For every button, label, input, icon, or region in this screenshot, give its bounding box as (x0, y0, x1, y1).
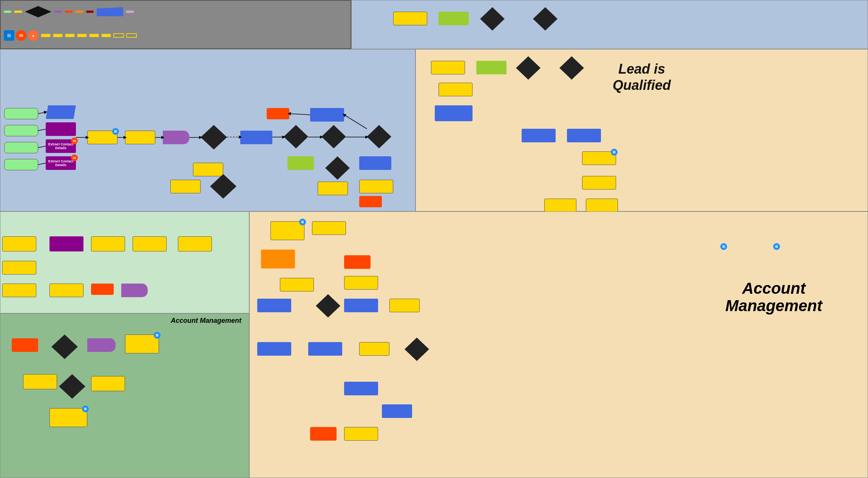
app-icon: ● (28, 30, 39, 41)
node-proposal-sent (257, 342, 291, 356)
process-shape (14, 11, 22, 13)
node-end-account (12, 338, 38, 352)
node-end-green-section (91, 284, 114, 295)
badge-notify-cust-pm: ⊞ (299, 219, 306, 225)
node-end-pm (344, 255, 371, 269)
section-bottom-center: AccountManagement ⊞ (249, 211, 868, 478)
section-lead-qualified: Lead isQualified ⊞ ⊞ ⊞ (415, 49, 868, 211)
node-change-status-2 (567, 129, 601, 142)
tab-projects[interactable] (77, 34, 87, 37)
node-change-status-pm2 (344, 299, 378, 312)
start-shape (4, 11, 11, 13)
node-move-item-sub (2, 284, 36, 297)
tab-activities[interactable] (101, 34, 111, 37)
node-change-subitem (2, 236, 36, 251)
node-enter-followup (435, 105, 473, 121)
node-change-status-acct (344, 382, 378, 395)
node-create-project (280, 278, 314, 291)
badge-monday-1: m (71, 137, 78, 144)
node-project-completed (49, 236, 83, 251)
account-mgmt-large-title: AccountManagement (725, 280, 822, 315)
badge-notify-2: ⊞ (720, 243, 727, 250)
node-notify-team-bottom (170, 180, 201, 193)
manual-input-shape (97, 7, 123, 16)
node-extract-2: Extract Contact Details m (46, 139, 76, 153)
tab-individual-dashboard[interactable] (113, 33, 124, 38)
node-contact-again (287, 156, 314, 170)
database-shape (86, 11, 94, 13)
node-extract-1 (46, 122, 76, 136)
legend-end (65, 11, 73, 13)
node-referral (4, 125, 38, 136)
node-write-notes (382, 404, 412, 418)
node-enter-details-2 (359, 342, 389, 356)
node-extract-3: Extract Contact Details m (46, 156, 76, 170)
node-organic (4, 159, 38, 170)
lead-intake-title (0, 49, 415, 57)
node-move-item-1 (359, 180, 393, 193)
node-answer-top-right (480, 7, 505, 31)
delay-shape (54, 11, 62, 13)
tab-sales-dashboard[interactable] (126, 33, 137, 38)
nav-row: ⊞ m ● (4, 30, 137, 41)
badge-office-1: ⊞ (112, 128, 119, 135)
node-remodelling-kitchen (23, 374, 57, 389)
legend-database (86, 11, 94, 13)
node-answer-2 (321, 125, 346, 148)
section-account-mgmt: Account Management ⊞ ⊞ (0, 313, 249, 478)
node-create-event-1: ⊞ (582, 151, 616, 165)
section-lead-intake: Extract Contact Details m Extract Contac… (0, 49, 415, 211)
node-create-customer (586, 199, 618, 212)
legend-manual-input (97, 7, 123, 16)
document-shape (126, 11, 134, 13)
section-top-right (351, 0, 868, 49)
node-moves-item (49, 284, 83, 297)
node-move-item-pm2 (344, 276, 378, 290)
node-1-business-day-1 (193, 163, 223, 176)
node-bathroom-kitchen-remodel: ⊞ (49, 408, 87, 427)
node-notify-team-left (125, 131, 155, 144)
node-5-business-days (261, 250, 295, 268)
node-check-in: ⊞ (125, 335, 159, 353)
legend-process (14, 11, 22, 13)
badge-checkin: ⊞ (154, 332, 161, 339)
svg-line-3 (38, 163, 46, 165)
manual-op-shape (76, 11, 83, 13)
badge-notify-cust: ⊞ (773, 243, 780, 250)
tab-deals[interactable] (53, 34, 63, 37)
node-notify-top (393, 12, 427, 25)
tab-leads[interactable] (41, 34, 51, 37)
legend-box: ⊞ m ● (0, 0, 351, 49)
node-status-2 (367, 125, 391, 148)
node-service (59, 374, 85, 399)
project-mgmt-title (0, 212, 249, 219)
svg-line-1 (38, 129, 46, 131)
nav-icons-group: ⊞ m ● (4, 30, 39, 41)
node-marketing (4, 142, 38, 153)
legend-shapes-row (4, 6, 348, 17)
node-change-status-pm (257, 299, 291, 312)
node-contact-again-2 (476, 61, 507, 74)
node-set-finish-date (2, 261, 36, 274)
tab-customers[interactable] (65, 34, 75, 37)
decision-shape (25, 6, 51, 17)
node-end-2 (359, 196, 382, 207)
badge-monday-2: m (71, 154, 78, 161)
office-icon: ⊞ (4, 30, 14, 41)
node-manual-input (46, 105, 76, 119)
node-answer-3 (325, 156, 350, 180)
node-input-date-1 (522, 129, 556, 142)
node-end-acct (310, 427, 337, 441)
node-delay (163, 131, 189, 144)
end-shape (65, 11, 73, 13)
node-contact-again-top (439, 12, 469, 25)
legend-delay (54, 11, 62, 13)
legend-decision (25, 6, 51, 17)
monday-icon: m (16, 30, 26, 41)
section-project-mgmt (0, 211, 249, 313)
tab-partners[interactable] (89, 34, 99, 37)
legend-document (126, 11, 134, 13)
node-status-acct (405, 338, 429, 361)
badge-create-event: ⊞ (611, 149, 618, 156)
node-final-contact (359, 156, 391, 170)
